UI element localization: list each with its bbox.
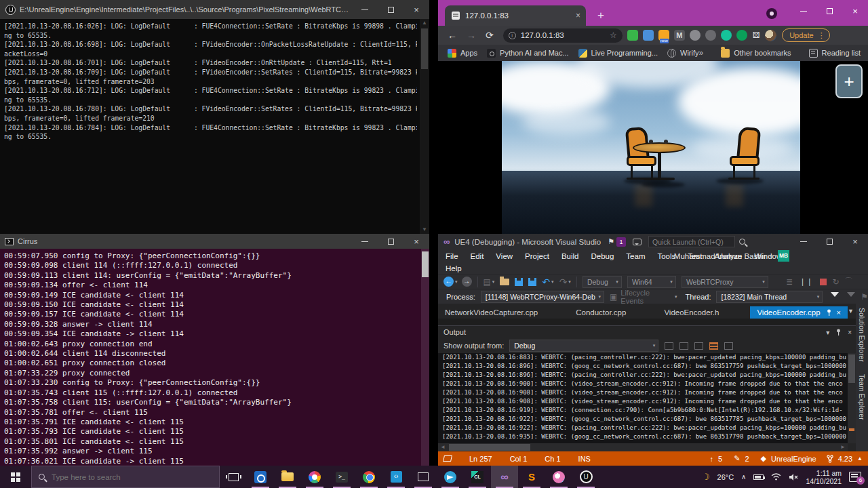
pixel-streaming-video[interactable]: [502, 61, 800, 234]
stop-debugging-icon[interactable]: [820, 279, 827, 285]
close-tab-icon[interactable]: ×: [837, 308, 841, 317]
new-file-icon[interactable]: ▤: [484, 277, 491, 287]
taskbar-color-wheel-app[interactable]: [301, 466, 328, 488]
taskbar-visual-studio[interactable]: ∞: [491, 466, 518, 488]
reload-icon[interactable]: ⟳: [486, 30, 494, 41]
output-source-dropdown[interactable]: Debug▾: [509, 340, 658, 352]
minimize-button[interactable]: [352, 234, 378, 249]
menubar-item[interactable]: Build: [555, 252, 585, 260]
camera-extension-icon[interactable]: [705, 30, 716, 41]
solution-config-dropdown[interactable]: Debug▾: [583, 276, 622, 288]
tab-overflow-icon[interactable]: ▼: [848, 308, 854, 314]
taskbar-unreal-engine[interactable]: U: [572, 466, 599, 488]
save-all-icon[interactable]: [528, 278, 536, 286]
account-widget[interactable]: Muhammad Usman Bashir ▾ MB: [674, 249, 789, 262]
leaf-extension-icon[interactable]: [736, 30, 747, 41]
taskbar-flower-app[interactable]: [545, 466, 572, 488]
account-initials-badge[interactable]: MB: [778, 250, 789, 262]
bookmark-star-icon[interactable]: ☆: [610, 30, 617, 40]
minimize-button[interactable]: [791, 234, 816, 249]
taskbar-clion[interactable]: CL: [464, 466, 491, 488]
start-button[interactable]: [0, 466, 31, 488]
navigate-forward-icon[interactable]: →: [462, 277, 472, 287]
tab-search-icon[interactable]: [766, 8, 777, 19]
taskbar-file-explorer[interactable]: [274, 466, 301, 488]
shield-extension-icon[interactable]: [627, 30, 638, 41]
update-button[interactable]: Update ⋮: [782, 28, 829, 42]
reading-list-button[interactable]: Reading list: [809, 49, 861, 58]
undo-icon[interactable]: ↶: [542, 277, 550, 287]
close-button[interactable]: ×: [842, 0, 868, 22]
open-file-icon[interactable]: [500, 279, 509, 285]
output-horizontal-scrollbar[interactable]: ◄ ►: [438, 443, 848, 451]
chevron-down-icon[interactable]: ▾: [551, 279, 554, 285]
redo-icon[interactable]: ↷: [559, 277, 568, 287]
document-extension-icon[interactable]: [643, 30, 654, 41]
team-explorer-tab[interactable]: Team Explorer: [858, 374, 866, 420]
menubar-item[interactable]: Debug: [585, 252, 620, 260]
navigate-back-icon[interactable]: ←: [443, 277, 454, 287]
taskbar-telegram[interactable]: [437, 466, 464, 488]
browser-tab[interactable]: 127.0.0.1:83 ×: [445, 5, 586, 26]
back-icon[interactable]: ←: [448, 30, 457, 41]
wifi-icon[interactable]: [771, 473, 781, 481]
taskbar-outlook[interactable]: [247, 466, 274, 488]
volume-muted-icon[interactable]: [789, 473, 798, 481]
arrow-up-icon[interactable]: ↑: [710, 455, 714, 463]
process-dropdown[interactable]: [11148] WebRTCProxy-Win64-Deb▾: [481, 291, 604, 303]
document-tab[interactable]: NetworkVideoCapturer.cpp: [438, 306, 545, 319]
lock-extension-icon[interactable]: new: [658, 30, 669, 41]
clock[interactable]: 1:11 am 14/10/2021: [806, 469, 842, 485]
watch-list-icon[interactable]: ≣: [786, 277, 793, 287]
bookmark-item[interactable]: Live Programming...: [578, 49, 658, 58]
pencil-icon[interactable]: ✎: [734, 454, 740, 463]
code-editor[interactable]: [438, 319, 856, 326]
branch-icon[interactable]: [827, 455, 833, 463]
grammarly-extension-icon[interactable]: [721, 30, 732, 41]
cirrus-scrollbar[interactable]: [421, 249, 429, 466]
stream-overlay-expand-button[interactable]: +: [835, 64, 863, 98]
scrollbar-thumb[interactable]: [421, 28, 428, 69]
tray-chevron-icon[interactable]: ∧: [741, 473, 746, 481]
clear-all-icon[interactable]: [709, 342, 718, 350]
scroll-up-icon[interactable]: ▲: [420, 19, 429, 27]
feedback-icon[interactable]: [633, 239, 642, 245]
branch-name[interactable]: 4.23: [838, 455, 852, 463]
new-tab-button[interactable]: +: [594, 9, 608, 22]
battery-icon[interactable]: [753, 474, 764, 480]
notification-badge[interactable]: 1: [616, 237, 626, 247]
scroll-down-icon[interactable]: ▼: [420, 226, 429, 234]
maximize-button[interactable]: [378, 0, 403, 19]
quick-launch-input[interactable]: Quick Launch (Ctrl+Q): [648, 236, 735, 247]
site-info-icon[interactable]: i: [509, 32, 516, 39]
bookmark-item[interactable]: Wirify: [667, 49, 699, 58]
taskbar-vscode[interactable]: ‹›: [382, 466, 410, 488]
pin-icon[interactable]: [835, 329, 842, 336]
vs-title-bar[interactable]: ∞ UE4 (Debugging) - Microsoft Visual Stu…: [438, 234, 868, 249]
startup-project-dropdown[interactable]: WebRTCProxy▾: [682, 276, 768, 288]
search-icon[interactable]: [739, 239, 745, 245]
cirrus-title-bar[interactable]: Cirrus ×: [0, 234, 429, 249]
minimize-button[interactable]: [352, 0, 378, 19]
chevron-down-icon[interactable]: ▾: [455, 279, 458, 285]
thread-dropdown[interactable]: [18232] Main Thread▾: [716, 291, 823, 303]
output-panel-header[interactable]: Output ▾ ×: [438, 326, 856, 338]
temperature[interactable]: 26°C: [717, 473, 734, 481]
repo-icon[interactable]: ◆: [761, 454, 766, 463]
bookmark-item[interactable]: Python AI and Mac...: [487, 49, 569, 58]
menubar-item[interactable]: Team: [620, 252, 651, 260]
search-input[interactable]: [52, 473, 187, 481]
filter-icon[interactable]: [831, 292, 839, 301]
maximize-button[interactable]: [816, 0, 842, 22]
apps-shortcut[interactable]: Apps: [448, 49, 477, 58]
taskbar-sublime[interactable]: S: [518, 466, 545, 488]
globe-extension-icon[interactable]: [690, 30, 701, 41]
platform-dropdown[interactable]: Win64▾: [627, 276, 676, 288]
maximize-button[interactable]: [816, 234, 842, 249]
address-bar[interactable]: i 127.0.0.1:83 ☆: [503, 28, 623, 43]
taskbar-search[interactable]: [31, 466, 220, 488]
taskbar-terminal[interactable]: >_: [328, 466, 355, 488]
close-button[interactable]: ×: [842, 234, 868, 249]
weather-moon-icon[interactable]: ☽: [702, 472, 710, 482]
menubar-item[interactable]: Edit: [465, 252, 490, 260]
